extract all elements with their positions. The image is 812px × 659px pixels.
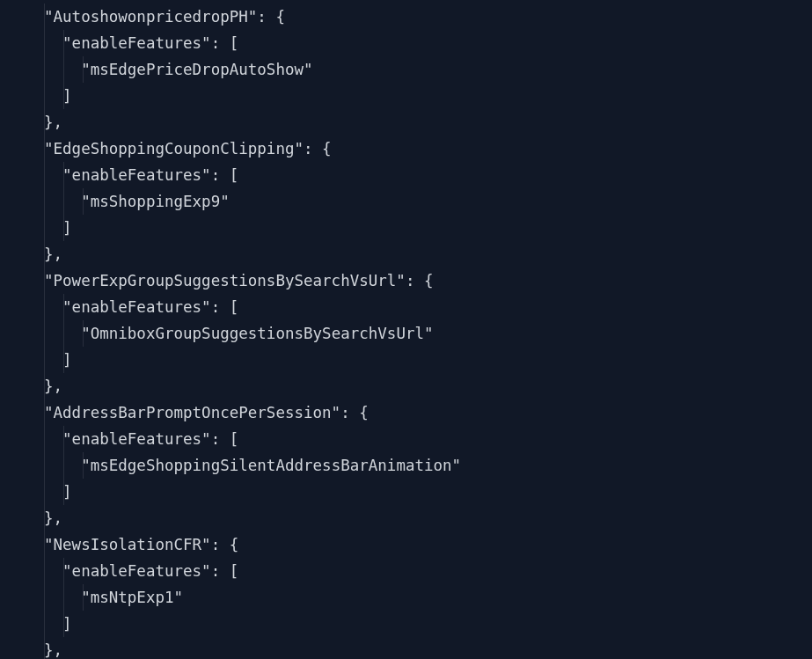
punct: : {	[304, 140, 332, 157]
json-string: "msNtpExp1"	[81, 589, 183, 606]
punct: : {	[211, 536, 239, 553]
json-string: "msEdgePriceDropAutoShow"	[81, 61, 312, 78]
punct: : [	[211, 298, 239, 316]
punct: },	[44, 641, 62, 659]
code-line: "OmniboxGroupSuggestionsBySearchVsUrl"	[0, 320, 812, 347]
json-key: "AddressBarPromptOncePerSession"	[44, 404, 340, 421]
json-key: "enableFeatures"	[62, 166, 211, 184]
json-key: "PowerExpGroupSuggestionsBySearchVsUrl"	[44, 272, 406, 289]
punct: : [	[211, 166, 239, 184]
punct: : [	[211, 430, 239, 448]
json-string: "msShoppingExp9"	[81, 193, 230, 210]
code-line: ]	[0, 83, 812, 109]
code-line: },	[0, 241, 812, 267]
punct: : {	[340, 404, 369, 421]
code-block: "AutoshowonpricedropPH": { "enableFeatur…	[0, 0, 812, 659]
code-line: },	[0, 109, 812, 135]
code-text	[44, 351, 62, 369]
code-line: },	[0, 637, 812, 659]
code-line: "EdgeShoppingCouponClipping": {	[0, 135, 812, 162]
code-line: "AutoshowonpricedropPH": {	[0, 4, 812, 30]
json-key: "enableFeatures"	[62, 34, 211, 52]
json-key: "enableFeatures"	[62, 562, 211, 580]
code-line: "enableFeatures": [	[0, 558, 812, 584]
code-line: "msEdgeShoppingSilentAddressBarAnimation…	[0, 452, 812, 479]
code-line: ]	[0, 215, 812, 241]
code-line: "msEdgePriceDropAutoShow"	[0, 56, 812, 83]
code-line: "NewsIsolationCFR": {	[0, 531, 812, 558]
punct: : [	[211, 34, 239, 52]
code-line: "enableFeatures": [	[0, 30, 812, 56]
code-text	[44, 166, 62, 184]
code-line: "AddressBarPromptOncePerSession": {	[0, 399, 812, 426]
punct: : [	[211, 562, 239, 580]
json-key: "enableFeatures"	[62, 298, 211, 316]
json-key: "enableFeatures"	[62, 430, 211, 448]
code-text	[44, 562, 62, 580]
punct: },	[44, 113, 62, 131]
punct: : {	[257, 8, 285, 26]
code-line: ]	[0, 479, 812, 505]
json-key: "AutoshowonpricedropPH"	[44, 8, 257, 26]
code-text	[44, 615, 62, 633]
code-line: },	[0, 373, 812, 399]
code-line: "PowerExpGroupSuggestionsBySearchVsUrl":…	[0, 267, 812, 294]
code-text	[44, 87, 62, 105]
punct: : {	[406, 272, 434, 289]
code-line: ]	[0, 347, 812, 373]
punct: },	[44, 377, 62, 395]
code-text	[44, 34, 62, 52]
punct: },	[44, 245, 62, 263]
json-key: "NewsIsolationCFR"	[44, 536, 211, 553]
code-line: "msShoppingExp9"	[0, 188, 812, 215]
code-line: "enableFeatures": [	[0, 294, 812, 320]
json-string: "msEdgeShoppingSilentAddressBarAnimation…	[81, 457, 461, 474]
json-key: "EdgeShoppingCouponClipping"	[44, 140, 304, 157]
code-text	[44, 219, 62, 237]
code-line: "enableFeatures": [	[0, 162, 812, 188]
code-line: "enableFeatures": [	[0, 426, 812, 452]
punct: },	[44, 509, 62, 527]
json-string: "OmniboxGroupSuggestionsBySearchVsUrl"	[81, 325, 433, 342]
code-text	[44, 298, 62, 316]
code-line: "msNtpExp1"	[0, 584, 812, 611]
code-text	[44, 483, 62, 501]
code-line: ]	[0, 611, 812, 637]
code-text	[44, 430, 62, 448]
code-line: },	[0, 505, 812, 531]
